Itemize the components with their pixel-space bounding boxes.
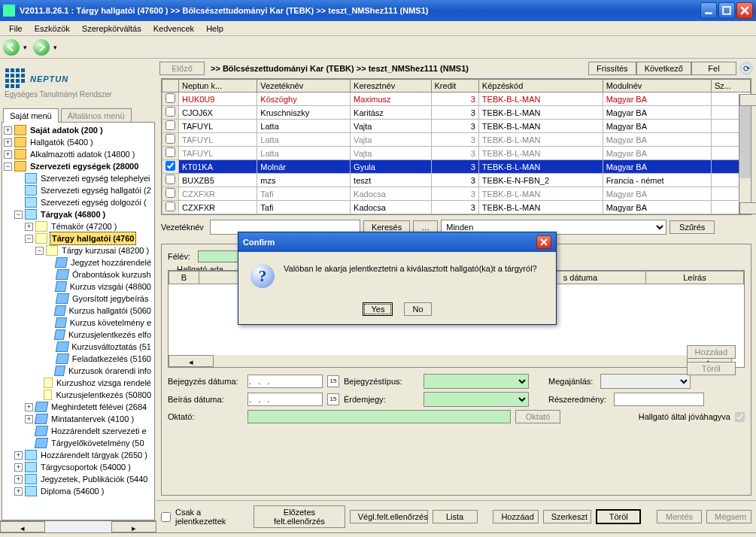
- column-header[interactable]: [162, 80, 179, 93]
- tree-node[interactable]: −Tárgyak (46800 ): [4, 208, 153, 220]
- tree-twisty-icon[interactable]: +: [14, 475, 23, 484]
- sub-add-button[interactable]: Hozzáad: [687, 345, 736, 359]
- next-button[interactable]: Következő: [636, 62, 691, 75]
- tree-node[interactable]: Szervezeti egység dolgozói (: [4, 196, 153, 208]
- tree-twisty-icon[interactable]: [25, 427, 33, 435]
- tree-node[interactable]: Kurzusjelentkezés (50800: [4, 389, 153, 401]
- tree-twisty-icon[interactable]: −: [35, 247, 44, 255]
- tree-node[interactable]: +Hallgatók (5400 ): [4, 136, 153, 148]
- tree-node[interactable]: +Hozzárendelt tárgyak (2650 ): [4, 449, 153, 461]
- column-header[interactable]: Modulnév: [603, 80, 711, 93]
- nav-back-dropdown[interactable]: ▾: [21, 44, 29, 51]
- tree-twisty-icon[interactable]: +: [25, 223, 33, 231]
- row-checkbox[interactable]: [165, 202, 175, 211]
- table-row[interactable]: HUK0U9KöszöghyMaximusz3TEBK-B-L-MANMagya…: [162, 93, 751, 106]
- entry-type-select[interactable]: [424, 374, 529, 389]
- column-header[interactable]: Képzéskód: [478, 80, 603, 93]
- tree-twisty-icon[interactable]: [46, 283, 53, 291]
- tree-node[interactable]: +Alkalmazotti adatok (14800 ): [4, 148, 153, 160]
- nav-forward-button[interactable]: [33, 39, 50, 56]
- tree-twisty-icon[interactable]: +: [25, 403, 33, 411]
- tree-node[interactable]: Tárgyelőkövetelmény (50: [4, 437, 153, 449]
- tree-twisty-icon[interactable]: −: [4, 162, 12, 171]
- tree-twisty-icon[interactable]: +: [14, 487, 23, 496]
- tree-node[interactable]: Kurzus hallgatói (5060: [4, 305, 153, 317]
- tree-twisty-icon[interactable]: +: [14, 463, 23, 472]
- minimize-button[interactable]: [700, 2, 717, 19]
- teacher-input[interactable]: [247, 410, 511, 423]
- teacher-button[interactable]: Oktató: [515, 410, 560, 423]
- sub-col-0[interactable]: B: [169, 272, 199, 284]
- calendar-icon[interactable]: 15: [327, 375, 339, 387]
- nav-back-button[interactable]: [3, 39, 20, 56]
- tree-twisty-icon[interactable]: [46, 331, 53, 339]
- tree-twisty-icon[interactable]: [46, 319, 53, 327]
- menu-file[interactable]: File: [3, 23, 29, 35]
- tree-node[interactable]: +Tárgycsoportok (54000 ): [4, 461, 153, 473]
- column-header[interactable]: Sz...: [711, 80, 750, 93]
- sub-hscrollbar[interactable]: ◂ ▸: [169, 355, 732, 367]
- refresh-button[interactable]: Frissítés: [588, 62, 636, 75]
- tree-twisty-icon[interactable]: [46, 355, 54, 363]
- tree-twisty-icon[interactable]: [14, 187, 23, 195]
- tree-twisty-icon[interactable]: +: [25, 415, 33, 423]
- table-row[interactable]: TAFUYLLattaVajta3TEBK-B-L-MANMagyar BA1: [162, 120, 751, 133]
- tree-node[interactable]: Órabontások kurzush: [4, 268, 153, 281]
- tree-twisty-icon[interactable]: +: [14, 451, 23, 460]
- tree-twisty-icon[interactable]: +: [4, 138, 12, 147]
- fincheck-button[interactable]: Végl.felt.ellenőrzés: [350, 510, 428, 523]
- up-button[interactable]: Fel: [691, 62, 736, 75]
- table-row[interactable]: TAFUYLLattaVajta3TEBK-B-L-MANMagyar BA: [162, 133, 751, 147]
- tree-node[interactable]: −Szervezeti egységek (28000: [4, 160, 153, 172]
- tree-node[interactable]: Kurzusok órarendi info: [4, 365, 153, 377]
- row-checkbox[interactable]: [165, 161, 175, 171]
- table-row[interactable]: CZXFXRTafiKadocsa3TEBK-B-L-MANMagyar BA: [162, 201, 751, 214]
- main-table[interactable]: Neptun k...VezetéknévKeresztnévKreditKép…: [161, 78, 751, 215]
- tree-twisty-icon[interactable]: [35, 379, 41, 387]
- tree-node[interactable]: Gyorsított jegybeírás: [4, 293, 153, 305]
- scroll-left-icon[interactable]: ◂: [0, 521, 45, 532]
- tree-node[interactable]: Jegyzet hozzárendelé: [4, 256, 153, 268]
- dialog-no-button[interactable]: No: [404, 302, 431, 316]
- tree-node[interactable]: +Mintatantervek (4100 ): [4, 413, 153, 425]
- scroll-up-icon[interactable]: ▴: [739, 94, 756, 106]
- tree-node[interactable]: +Témakör (47200 ): [4, 220, 153, 232]
- precheck-button[interactable]: Előzetes felt.ellenőrzés: [254, 505, 345, 528]
- menu-role[interactable]: Szerepkörváltás: [76, 23, 147, 35]
- tree-node[interactable]: +Jegyzetek, Publikációk (5440: [4, 473, 153, 485]
- tree-node[interactable]: −Tárgy kurzusai (48200 ): [4, 244, 153, 256]
- tree-node[interactable]: Szervezeti egység hallgatói (2: [4, 184, 153, 196]
- filter-button[interactable]: Szűrés: [669, 220, 715, 234]
- tree-node[interactable]: Kurzusjelentkezés elfo: [4, 329, 153, 341]
- tree-twisty-icon[interactable]: [46, 307, 53, 315]
- tab-own-menu[interactable]: Saját menü: [3, 108, 59, 123]
- table-vscrollbar[interactable]: ▴ ▾: [739, 94, 751, 214]
- row-checkbox[interactable]: [165, 147, 175, 157]
- tree-twisty-icon[interactable]: [14, 174, 23, 183]
- row-checkbox[interactable]: [165, 134, 175, 144]
- recommend-select[interactable]: [600, 374, 691, 389]
- tree-twisty-icon[interactable]: [46, 343, 54, 351]
- tree-twisty-icon[interactable]: [14, 199, 23, 207]
- menu-favorites[interactable]: Kedvencek: [147, 23, 200, 35]
- table-row[interactable]: BUXZB5mzsteszt3TEBK-E-N-FBN_2Francia - n…: [162, 174, 751, 187]
- row-checkbox[interactable]: [165, 120, 175, 130]
- table-row[interactable]: KT01KAMolnárGyula3TEBK-B-L-MANMagyar BA1: [162, 160, 751, 174]
- column-header[interactable]: Vezetéknév: [257, 80, 351, 93]
- tree-hscrollbar[interactable]: ◂ ▸: [0, 520, 156, 532]
- tree-twisty-icon[interactable]: +: [4, 150, 12, 159]
- dialog-titlebar[interactable]: Confirm: [238, 232, 556, 252]
- dialog-yes-button[interactable]: Yes: [363, 302, 393, 316]
- menu-tools[interactable]: Eszközök: [29, 23, 76, 35]
- column-header[interactable]: Neptun k...: [179, 80, 257, 93]
- column-header[interactable]: Kredit: [431, 80, 478, 93]
- tree-twisty-icon[interactable]: −: [25, 235, 33, 243]
- cancel-button[interactable]: Mégsem: [706, 510, 751, 523]
- tree-node[interactable]: +Diploma (54600 ): [4, 485, 153, 497]
- delete-button[interactable]: Töröl: [596, 509, 641, 524]
- list-button[interactable]: Lista: [433, 510, 478, 523]
- tree-node[interactable]: Kurzus vizsgái (48800: [4, 281, 153, 293]
- tree-twisty-icon[interactable]: [46, 367, 53, 375]
- table-row[interactable]: CJOJ6XKruschniszkyKaritász3TEBK-B-L-MANM…: [162, 106, 751, 120]
- tree-node[interactable]: Feladatkezelés (5160: [4, 353, 153, 365]
